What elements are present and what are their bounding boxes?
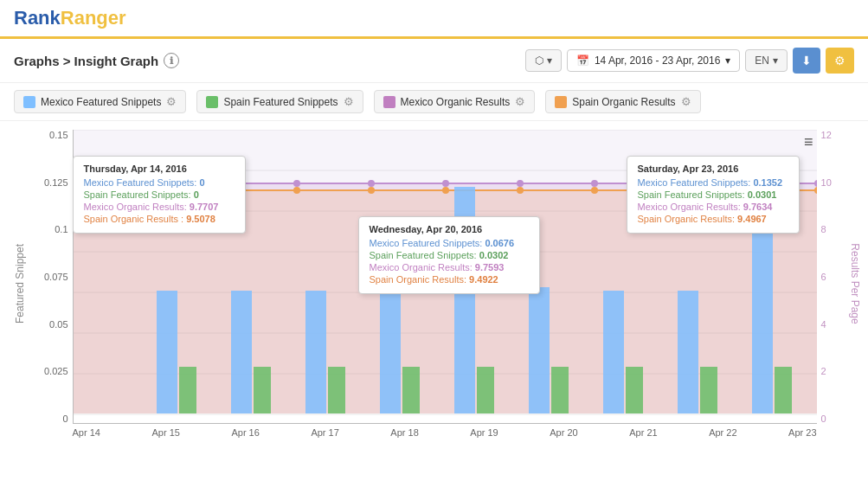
chevron-down-icon: ▾ <box>773 54 778 67</box>
y-left-label-2: 0.1 <box>55 224 68 234</box>
logo-ranger: Ranger <box>61 7 126 29</box>
tooltip-left-label-2: Spain Featured Snippets: <box>84 189 194 200</box>
tooltip-right-val-2: 0.0301 <box>748 189 777 200</box>
chevron-down-icon: ▾ <box>725 54 730 67</box>
svg-rect-28 <box>775 367 792 413</box>
y-right-label-4: 4 <box>821 319 826 330</box>
y-left-label-0: 0.15 <box>49 130 68 140</box>
download-button[interactable]: ⬇ <box>793 48 820 74</box>
tooltip-right-row-4: Spain Organic Results: 9.4967 <box>638 214 788 224</box>
legend-mexico-featured[interactable]: Mexico Featured Snippets ⚙ <box>14 90 186 113</box>
tooltip-middle-row-1: Mexico Featured Snippets: 0.0676 <box>370 238 529 248</box>
breadcrumb-text: Graphs > Insight Graph <box>14 54 158 68</box>
y-left-label-3: 0.075 <box>44 272 68 282</box>
x-label-apr14: Apr 14 <box>73 427 100 438</box>
download-icon: ⬇ <box>801 54 812 67</box>
chart-menu-icon[interactable]: ≡ <box>804 133 813 151</box>
tooltip-left-row-4: Spain Organic Results : 9.5078 <box>84 214 235 224</box>
tooltip-middle-val-3: 9.7593 <box>475 262 505 272</box>
legend-gear-spain-organic[interactable]: ⚙ <box>681 95 691 108</box>
tooltip-left-row-1: Mexico Featured Snippets: 0 <box>84 177 235 188</box>
svg-point-47 <box>591 187 598 194</box>
y-left-label-4: 0.05 <box>49 319 68 330</box>
tooltip-right-val-1: 0.1352 <box>753 177 782 188</box>
legend-bar: Mexico Featured Snippets ⚙ Spain Feature… <box>0 83 868 121</box>
y-axis-right: 12 10 8 6 4 2 0 <box>817 130 832 424</box>
tooltip-left-label-4: Spain Organic Results : <box>84 214 187 224</box>
language-text: EN <box>755 54 769 67</box>
tooltip-right-row-3: Mexico Organic Results: 9.7634 <box>638 202 788 212</box>
x-label-apr19: Apr 19 <box>470 427 498 438</box>
y-right-label-1: 10 <box>821 177 832 188</box>
y-right-label-0: 12 <box>821 130 832 140</box>
x-label-apr21: Apr 21 <box>629 427 657 438</box>
x-label-apr22: Apr 22 <box>709 427 736 438</box>
x-axis-labels: Apr 14 Apr 15 Apr 16 Apr 17 Apr 18 Apr 1… <box>73 424 817 438</box>
tooltip-right-label-3: Mexico Organic Results: <box>638 202 743 212</box>
tooltip-left-label-1: Mexico Featured Snippets: <box>84 177 200 188</box>
language-button[interactable]: EN ▾ <box>745 49 788 72</box>
tooltip-middle-val-2: 0.0302 <box>479 250 509 260</box>
tooltip-middle-row-2: Spain Featured Snippets: 0.0302 <box>370 250 529 260</box>
legend-label-spain-organic: Spain Organic Results <box>572 96 675 108</box>
toolbar-controls: ⬡ ▾ 📅 14 Apr, 2016 - 23 Apr, 2016 ▾ EN ▾… <box>525 48 854 74</box>
y-left-label-6: 0 <box>62 413 68 424</box>
svg-rect-21 <box>254 367 271 413</box>
date-range-button[interactable]: 📅 14 Apr, 2016 - 23 Apr, 2016 ▾ <box>567 49 740 72</box>
svg-rect-22 <box>328 367 345 413</box>
y-right-label-6: 0 <box>821 413 826 424</box>
legend-gear-spain-featured[interactable]: ⚙ <box>344 95 354 108</box>
tooltip-middle-label-2: Spain Featured Snippets: <box>370 250 479 260</box>
logo: RankRanger <box>14 7 126 29</box>
tooltip-left: Thursday, Apr 14, 2016 Mexico Featured S… <box>73 156 246 234</box>
legend-mexico-organic[interactable]: Mexico Organic Results ⚙ <box>374 90 536 113</box>
svg-point-32 <box>293 180 300 187</box>
legend-gear-mexico-organic[interactable]: ⚙ <box>515 95 525 108</box>
x-label-apr15: Apr 15 <box>151 427 179 438</box>
gear-icon: ⚙ <box>834 54 845 67</box>
tooltip-left-val-4: 9.5078 <box>186 214 215 224</box>
tooltip-middle-val-1: 0.0676 <box>485 238 514 248</box>
toolbar: Graphs > Insight Graph ℹ ⬡ ▾ 📅 14 Apr, 2… <box>0 39 868 83</box>
graph-type-button[interactable]: ⬡ ▾ <box>525 49 562 72</box>
y-axis-left-title: Featured Snippet <box>14 244 26 324</box>
tooltip-left-val-1: 0 <box>199 177 204 188</box>
svg-rect-16 <box>603 291 624 413</box>
calendar-icon: 📅 <box>576 54 589 67</box>
tooltip-right-row-2: Spain Featured Snippets: 0.0301 <box>638 189 788 200</box>
y-right-label-5: 2 <box>821 366 826 376</box>
tooltip-middle-label-4: Spain Organic Results: <box>370 274 470 285</box>
tooltip-right-val-3: 9.7634 <box>743 202 773 212</box>
legend-color-mexico-featured <box>23 96 35 108</box>
tooltip-right-val-4: 9.4967 <box>737 214 767 224</box>
cube-icon: ⬡ <box>535 54 543 67</box>
legend-label-mexico-featured: Mexico Featured Snippets <box>41 96 161 108</box>
tooltip-right-row-1: Mexico Featured Snippets: 0.1352 <box>638 177 788 188</box>
tooltip-right: Saturday, Apr 23, 2016 Mexico Featured S… <box>627 156 800 234</box>
y-right-label-3: 6 <box>821 272 826 282</box>
settings-button[interactable]: ⚙ <box>826 48 854 74</box>
legend-gear-mexico-featured[interactable]: ⚙ <box>166 95 177 108</box>
legend-spain-organic[interactable]: Spain Organic Results ⚙ <box>545 90 700 113</box>
svg-point-44 <box>368 187 375 194</box>
svg-point-34 <box>442 180 449 187</box>
tooltip-left-row-3: Mexico Organic Results: 9.7707 <box>84 202 235 212</box>
tooltip-middle-row-4: Spain Organic Results: 9.4922 <box>370 274 529 285</box>
tooltip-right-title: Saturday, Apr 23, 2016 <box>638 163 788 174</box>
svg-rect-25 <box>551 367 569 413</box>
svg-point-33 <box>368 180 375 187</box>
tooltip-middle-title: Wednesday, Apr 20, 2016 <box>370 224 529 234</box>
svg-point-36 <box>591 180 598 187</box>
info-icon[interactable]: ℹ <box>164 53 179 68</box>
x-label-apr17: Apr 17 <box>311 427 338 438</box>
svg-rect-13 <box>380 291 401 413</box>
svg-point-45 <box>442 187 449 194</box>
svg-rect-12 <box>305 291 326 413</box>
tooltip-left-row-2: Spain Featured Snippets: 0 <box>84 189 235 200</box>
legend-spain-featured[interactable]: Spain Featured Snippets ⚙ <box>196 90 363 113</box>
tooltip-right-label-2: Spain Featured Snippets: <box>638 189 748 200</box>
x-label-apr18: Apr 18 <box>390 427 418 438</box>
svg-rect-24 <box>477 367 494 413</box>
svg-rect-23 <box>402 367 420 413</box>
legend-label-spain-featured: Spain Featured Snippets <box>223 96 338 108</box>
